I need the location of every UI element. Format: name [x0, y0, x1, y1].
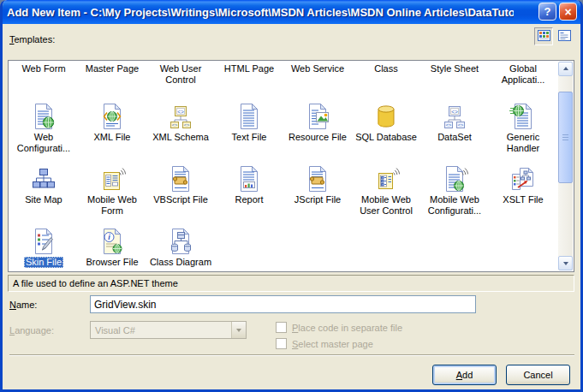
template-item-style-sheet[interactable]: Style Sheet: [420, 61, 489, 98]
sql-database-icon: [372, 103, 400, 130]
select-master-page-checkbox: [276, 338, 287, 349]
item-label: Master Page: [86, 63, 139, 74]
site-map-icon: [30, 165, 57, 193]
web-config-icon: [30, 103, 57, 130]
scrollbar-thumb[interactable]: [558, 92, 573, 183]
svg-text:<>: <>: [451, 109, 458, 115]
item-label: Mobile Web Configurati...: [421, 194, 488, 217]
template-item-class[interactable]: Class: [352, 61, 420, 98]
item-label: JScript File: [294, 194, 341, 205]
mobile-web-form-icon: [98, 165, 126, 193]
help-button[interactable]: ?: [538, 3, 556, 21]
template-item-web-configurati[interactable]: Web Configurati...: [9, 98, 78, 161]
place-code-row: Place code in separate file: [276, 322, 402, 333]
chevron-down-icon: [231, 322, 246, 338]
titlebar[interactable]: Add New Item - C:\My Projects\Writings\M…: [0, 0, 583, 24]
details-view-icon: [558, 30, 571, 44]
svg-text:<>: <>: [458, 122, 463, 128]
template-item-site-map[interactable]: Site Map: [9, 161, 78, 223]
xslt-file-icon: [509, 165, 537, 193]
xml-file-icon: [98, 103, 126, 130]
svg-text:<>: <>: [172, 122, 177, 128]
item-label: Browser File: [86, 257, 138, 268]
item-label: Skin File: [24, 257, 63, 268]
template-item-mobile-web-form[interactable]: Mobile Web Form: [78, 161, 146, 223]
template-item-report[interactable]: Report: [215, 161, 283, 223]
template-item-generic-handler[interactable]: Generic Handler: [489, 98, 557, 161]
item-label: XML File: [94, 132, 131, 143]
template-item-text-file[interactable]: Text File: [215, 98, 283, 161]
select-master-page-row: Select master page: [276, 338, 373, 349]
scrollbar-down-button[interactable]: [558, 256, 573, 270]
large-icons-view-icon: [538, 30, 550, 44]
details-view-button[interactable]: [555, 27, 574, 45]
titlebar-buttons: ? ×: [538, 3, 577, 21]
template-item-mobile-web-configurati[interactable]: Mobile Web Configurati...: [420, 161, 489, 223]
thumb-grip-icon: [562, 134, 568, 141]
item-label: Report: [235, 194, 263, 205]
template-item-vbscript-file[interactable]: VBScript File: [146, 161, 215, 223]
generic-handler-icon: [509, 103, 537, 130]
name-label: Name:: [9, 300, 37, 310]
item-label: Class Diagram: [150, 257, 211, 268]
template-item-sql-database[interactable]: SQL Database: [352, 98, 420, 161]
item-label: XML Schema: [152, 132, 209, 143]
scrollbar-up-button[interactable]: [558, 62, 573, 76]
item-label: Web Configurati...: [10, 132, 77, 154]
template-item-dataset[interactable]: <><><> DataSet: [420, 98, 489, 161]
item-label: SQL Database: [355, 132, 417, 143]
large-icons-view-button[interactable]: [534, 27, 553, 45]
template-item-browser-file[interactable]: i Browser File: [78, 223, 146, 270]
class-diagram-icon: [167, 228, 194, 255]
template-item-xml-schema[interactable]: <><><> XML Schema: [146, 98, 215, 161]
divider: [9, 354, 574, 356]
window-title: Add New Item - C:\My Projects\Writings\M…: [0, 6, 514, 19]
item-label: XSLT File: [503, 194, 543, 205]
report-icon: [235, 165, 263, 193]
xml-schema-icon: <><><>: [167, 103, 194, 130]
template-item-global-applicati[interactable]: Global Applicati...: [489, 61, 557, 98]
name-input[interactable]: [90, 295, 476, 313]
vertical-scrollbar: [558, 62, 573, 270]
item-label: Resource File: [289, 132, 347, 143]
select-master-page-label: Select master page: [292, 339, 373, 349]
svg-text:<>: <>: [446, 122, 451, 128]
language-label: Language:: [9, 325, 54, 336]
template-item-html-page[interactable]: HTML Page: [215, 61, 283, 98]
template-item-web-user-control[interactable]: Web User Control: [146, 61, 215, 98]
item-label: HTML Page: [224, 63, 274, 74]
template-item-jscript-file[interactable]: JScript File: [283, 161, 352, 223]
template-item-web-form[interactable]: Web Form: [9, 61, 78, 98]
template-item-skin-file[interactable]: Skin File: [9, 223, 78, 270]
place-code-checkbox: [276, 322, 287, 333]
templates-grid: Web Form Master Page Web User Control HT…: [9, 61, 560, 271]
template-item-web-service[interactable]: Web Service: [283, 61, 352, 98]
browser-file-icon: i: [98, 228, 126, 255]
item-label: Web Service: [291, 63, 344, 74]
jscript-file-icon: [304, 165, 331, 193]
template-item-class-diagram[interactable]: Class Diagram: [146, 223, 215, 270]
template-item-xml-file[interactable]: XML File: [78, 98, 146, 161]
text-file-icon: [235, 103, 263, 130]
item-label: Site Map: [25, 194, 62, 205]
item-label: Generic Handler: [490, 132, 556, 154]
template-item-mobile-web-user-control[interactable]: Mobile Web User Control: [352, 161, 420, 223]
down-arrow-icon: [563, 262, 568, 268]
item-label: Web User Control: [147, 63, 214, 86]
add-button[interactable]: Add: [432, 365, 497, 385]
item-label: Text File: [232, 132, 267, 143]
item-label: Mobile Web Form: [79, 194, 146, 217]
template-item-xslt-file[interactable]: XSLT File: [489, 161, 557, 223]
item-label: DataSet: [437, 132, 472, 143]
description-text: A file used to define an ASP.NET theme: [13, 278, 178, 288]
add-new-item-dialog: Add New Item - C:\My Projects\Writings\M…: [0, 0, 583, 392]
close-button[interactable]: ×: [559, 3, 577, 21]
up-arrow-icon: [563, 64, 568, 70]
template-item-resource-file[interactable]: Resource File: [283, 98, 352, 161]
cancel-button[interactable]: Cancel: [506, 365, 570, 385]
item-label: Style Sheet: [431, 63, 479, 74]
place-code-label: Place code in separate file: [292, 323, 402, 333]
item-label: VBScript File: [153, 194, 208, 205]
template-item-master-page[interactable]: Master Page: [78, 61, 146, 98]
templates-list: Web Form Master Page Web User Control HT…: [8, 60, 574, 272]
